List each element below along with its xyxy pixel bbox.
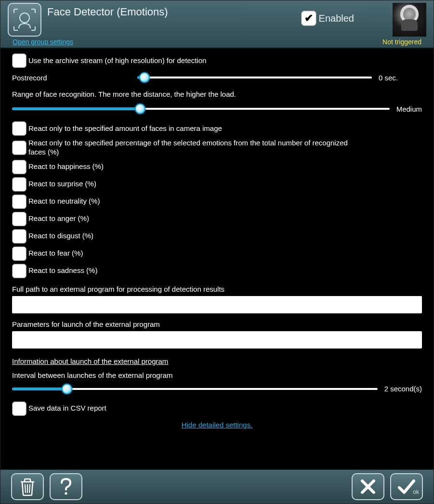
enabled-checkbox[interactable]: ✔ (301, 11, 316, 26)
open-group-settings-link[interactable]: Open group settings (13, 38, 73, 46)
question-icon (57, 477, 75, 496)
interval-slider[interactable] (12, 383, 378, 395)
react-surprise-label: React to surprise (%) (28, 180, 96, 189)
trash-icon (19, 477, 36, 496)
svg-point-0 (20, 13, 29, 23)
react-percent-label: React only to the specified percentage o… (28, 139, 366, 157)
svg-line-3 (29, 484, 30, 493)
react-disgust-checkbox[interactable] (12, 229, 26, 244)
header-bar: Face Detector (Emotions) ✔ Enabled Open … (0, 0, 434, 49)
react-disgust-label: React to disgust (%) (28, 232, 93, 241)
react-neutrality-checkbox[interactable] (12, 194, 26, 209)
range-slider[interactable] (12, 103, 390, 115)
preview-thumbnail (393, 3, 426, 37)
svg-point-4 (65, 492, 67, 494)
svg-line-1 (25, 484, 26, 493)
csv-label: Save data in CSV report (28, 404, 106, 413)
close-icon (359, 478, 377, 495)
react-amount-checkbox[interactable] (12, 121, 26, 136)
ext-params-input[interactable] (12, 331, 422, 349)
react-amount-label: React only to the specified amount of fa… (28, 124, 222, 133)
postrecord-value: 0 sec. (379, 74, 422, 82)
postrecord-label: Postrecord (12, 74, 137, 82)
delete-button[interactable] (11, 473, 44, 500)
ext-info-link[interactable]: Information about launch of the external… (12, 357, 168, 365)
settings-panel: Face Detector (Emotions) ✔ Enabled Open … (0, 0, 434, 504)
ok-button[interactable]: ok (390, 473, 423, 500)
ext-path-input[interactable] (12, 296, 422, 313)
interval-value: 2 second(s) (384, 385, 422, 393)
content-area: Use the archive stream (of high resoluti… (0, 49, 434, 469)
react-fear-checkbox[interactable] (12, 246, 26, 261)
enabled-label: Enabled (319, 13, 354, 24)
footer-bar: ok (0, 469, 434, 504)
range-description: Range of face recognition. The more the … (12, 90, 422, 98)
react-surprise-checkbox[interactable] (12, 177, 26, 192)
react-sadness-label: React to sadness (%) (28, 266, 97, 275)
react-anger-checkbox[interactable] (12, 212, 26, 226)
face-detector-icon (8, 3, 41, 37)
react-fear-label: React to fear (%) (28, 249, 83, 258)
archive-stream-label: Use the archive stream (of high resoluti… (28, 56, 206, 65)
ext-path-label: Full path to an external program for pro… (12, 285, 422, 293)
help-button[interactable] (50, 473, 82, 500)
react-neutrality-label: React to neutrality (%) (28, 197, 100, 206)
archive-stream-checkbox[interactable] (12, 53, 26, 68)
checkmark-icon: ✔ (304, 12, 313, 25)
page-title: Face Detector (Emotions) (47, 6, 301, 18)
csv-checkbox[interactable] (12, 401, 26, 416)
ok-label: ok (413, 489, 419, 495)
cancel-button[interactable] (352, 473, 384, 500)
react-anger-label: React to anger (%) (28, 214, 89, 223)
range-value: Medium (396, 105, 422, 113)
postrecord-slider[interactable] (137, 72, 372, 83)
trigger-status: Not triggered (382, 38, 421, 46)
hide-settings-link[interactable]: Hide detailed settings. (12, 421, 422, 429)
react-happiness-label: React to happiness (%) (28, 162, 104, 171)
react-happiness-checkbox[interactable] (12, 160, 26, 174)
ext-params-label: Parameters for launch of the external pr… (12, 320, 422, 328)
react-percent-checkbox[interactable] (12, 141, 26, 155)
interval-label: Interval between launches of the externa… (12, 371, 422, 379)
react-sadness-checkbox[interactable] (12, 264, 26, 278)
